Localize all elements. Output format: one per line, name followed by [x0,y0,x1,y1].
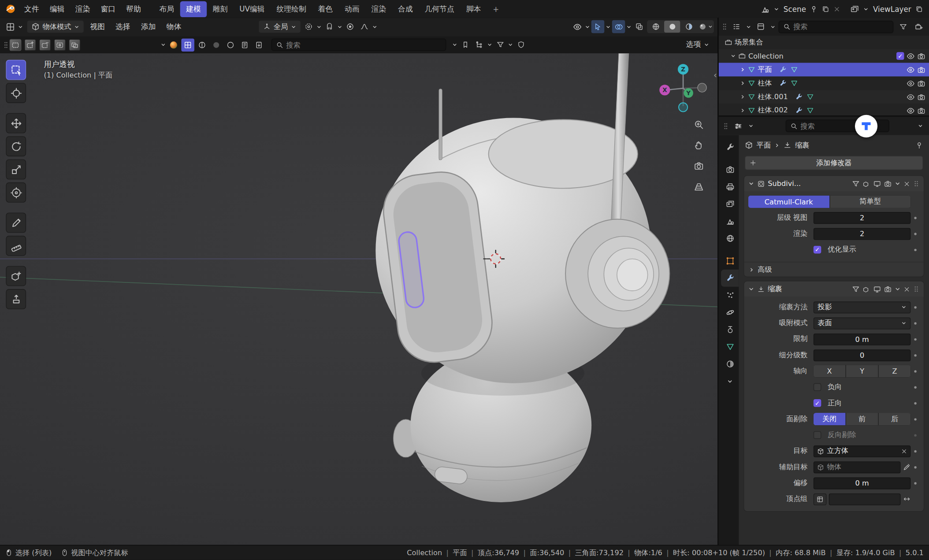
menu-edit[interactable]: 编辑 [45,1,70,16]
drag-grip-icon[interactable] [4,41,8,49]
pivot-chevron-icon[interactable] [316,24,322,29]
tab-particles[interactable] [721,287,739,304]
outliner-row-cylinder-001[interactable]: 柱体.001 [719,90,929,104]
outliner-search-input[interactable] [793,22,888,31]
zoom-control[interactable] [691,117,706,131]
hierarchy-button[interactable] [473,38,486,52]
viewport-menu-view[interactable]: 视图 [85,20,110,33]
visibility-dropdown-button[interactable] [571,20,584,33]
proportional-edit-button[interactable] [344,20,357,33]
modifier-extras-chevron-icon[interactable] [895,181,900,186]
tab-render[interactable] [721,161,739,178]
drag-handle-icon[interactable] [913,179,920,188]
viewport-3d[interactable]: 用户透视 (1) Collection | 平面 [0,53,717,545]
workspace-tab-compositing[interactable]: 合成 [392,1,419,17]
xray-toggle[interactable] [633,20,646,33]
tab-constraints[interactable] [721,321,739,338]
drag-handle-icon[interactable] [913,285,920,293]
drag-grip-icon[interactable] [722,22,727,31]
show-on-cage-icon[interactable] [852,285,859,293]
modifier-wrench-icon[interactable] [795,107,803,114]
bookmark-button[interactable] [459,38,472,52]
camera-visibility-icon[interactable] [917,93,925,101]
editor-type-button[interactable] [4,20,17,33]
outliner-row-cylinder-002[interactable]: 柱体.002 [719,104,929,115]
show-render-icon[interactable] [884,285,892,293]
subdivision-type-simple[interactable]: 简单型 [830,196,911,208]
tool-select-box[interactable] [6,60,26,80]
invert-vgroup-icon[interactable] [903,495,910,503]
paste-board-button[interactable] [253,38,266,52]
menu-help[interactable]: 帮助 [121,1,146,16]
workspace-tab-rendering[interactable]: 渲染 [365,1,392,17]
scene-name[interactable]: Scene [784,4,806,13]
outliner-type-chevron-icon[interactable] [746,24,751,29]
properties-collapse-chevron-icon[interactable] [918,123,923,129]
tab-view-layer[interactable] [721,196,739,213]
levels-render-field[interactable]: 2 [814,228,910,240]
workspace-tab-geometry-nodes[interactable]: 几何节点 [419,1,460,17]
camera-visibility-icon[interactable] [917,66,925,74]
menu-render[interactable]: 渲染 [70,1,96,16]
tab-data[interactable] [721,338,739,356]
perspective-grid-control[interactable] [691,179,706,193]
viewport-menu-add[interactable]: 添加 [136,20,160,33]
delete-modifier-icon[interactable] [903,180,910,187]
show-overlays-toggle[interactable] [612,20,625,33]
modifier-wrench-icon[interactable] [779,79,787,87]
levels-viewport-field[interactable]: 2 [814,212,910,224]
snap-toggle-button[interactable] [323,20,336,33]
filter-button[interactable] [494,38,507,52]
viewlayer-icon[interactable] [851,4,859,13]
show-render-icon[interactable] [884,180,892,187]
mesh-data-icon[interactable] [790,79,798,87]
shading-rendered-button[interactable] [697,21,713,33]
tool-scale[interactable] [6,159,26,180]
optimal-display-checkbox[interactable]: ✓ [814,246,821,253]
select-mode-new-button[interactable] [10,39,22,51]
unlink-scene-icon[interactable] [834,6,840,12]
half-sphere-button[interactable] [196,38,209,52]
scene-icon[interactable] [761,4,770,13]
tab-physics[interactable] [721,304,739,321]
workspace-tab-texture-paint[interactable]: 纹理绘制 [271,1,312,17]
drag-grip-icon[interactable] [724,122,728,130]
workspace-tab-modeling[interactable]: 建模 [180,1,207,17]
tab-output[interactable] [721,178,739,196]
camera-visibility-icon[interactable] [917,52,925,60]
modifier-name[interactable]: Subdivi... [768,179,801,188]
new-viewlayer-icon[interactable] [915,5,923,12]
workspace-tab-layout[interactable]: 布局 [153,1,180,17]
tab-scene[interactable] [721,213,739,230]
breadcrumb-modifier[interactable]: 缩裹 [795,140,809,150]
pivot-point-button[interactable] [302,20,316,33]
select-mode-invert-button[interactable] [54,39,66,51]
new-scene-icon[interactable] [822,5,829,12]
negative-checkbox[interactable] [814,383,821,391]
mesh-data-icon[interactable] [806,107,814,114]
workspace-tab-sculpting[interactable]: 雕刻 [207,1,233,17]
panel-expand-chevron-icon[interactable] [748,181,754,186]
pin-icon[interactable] [915,141,923,149]
copy-board-button[interactable] [238,38,251,52]
show-edit-mode-icon[interactable] [862,285,870,293]
expand-chevron-icon[interactable] [740,94,745,100]
modifier-extras-chevron-icon[interactable] [895,286,900,292]
outliner-row-scene-collection[interactable]: 场景集合 [719,36,929,49]
tool-add-primitive[interactable] [6,266,26,286]
tool-measure[interactable] [6,236,26,256]
eye-icon[interactable] [907,52,915,60]
falloff-chevron-icon[interactable] [372,24,377,29]
shading-solid-button[interactable] [664,21,680,33]
visibility-chevron-icon[interactable] [585,24,590,29]
vertex-group-field[interactable] [829,493,901,505]
blender-logo-icon[interactable] [5,3,17,15]
shading-wireframe-button[interactable] [647,21,663,33]
camera-visibility-icon[interactable] [917,79,925,87]
expand-chevron-icon[interactable] [740,67,745,72]
tool-transform[interactable] [6,182,26,203]
tool-extra-chevron-icon[interactable] [160,42,166,47]
axis-z-button[interactable]: Z [879,365,911,377]
breadcrumb-object[interactable]: 平面 [757,140,771,150]
offset-field[interactable]: 0 m [814,477,910,489]
